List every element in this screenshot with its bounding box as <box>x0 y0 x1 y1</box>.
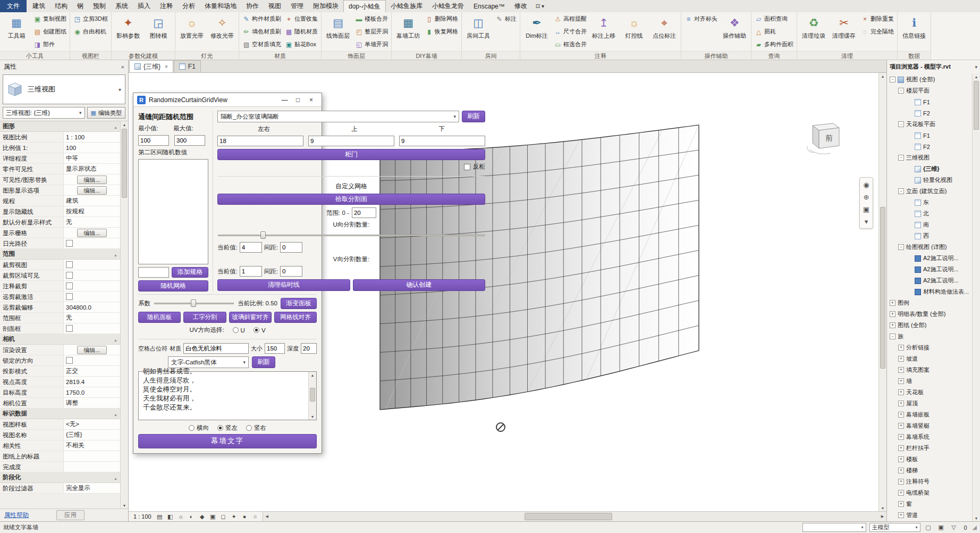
ribbon-button[interactable]: ▯ 删除网格 <box>424 13 460 25</box>
ribbon-button[interactable]: ▭ 框选合并 <box>552 38 588 51</box>
modify-options-icon[interactable]: ⊡ ▾ <box>532 0 548 12</box>
tree-expander[interactable]: + <box>898 423 904 429</box>
edit-type-button[interactable]: ▦ 编辑类型 <box>87 107 125 119</box>
property-row[interactable]: 日光路径 <box>0 238 120 249</box>
apply-button[interactable]: 应用 <box>56 510 85 520</box>
tree-item[interactable]: - 天花板平面 <box>887 119 972 130</box>
ribbon-button[interactable]: ◱ 单墙开洞 <box>353 38 390 51</box>
ribbon-panel-title[interactable]: 材质 <box>239 51 321 60</box>
ribbon-panel-title[interactable]: 小工具 <box>0 51 70 60</box>
navbar-expand-button[interactable]: ▾ <box>861 216 872 227</box>
refresh-button[interactable]: 刷新 <box>462 111 485 122</box>
tree-expander[interactable]: + <box>898 468 904 473</box>
tree-item[interactable]: 南 <box>887 219 972 230</box>
random-grid-button[interactable]: 随机网格 <box>138 280 208 292</box>
gradient-panel-button[interactable]: 渐变面板 <box>281 298 317 309</box>
scroll-down-icon[interactable] <box>121 502 128 509</box>
text-orientation-radio[interactable]: 竖左 <box>217 424 238 432</box>
ribbon-panel-title[interactable]: 灯光 <box>175 51 239 60</box>
property-value[interactable] <box>64 281 120 291</box>
property-value[interactable]: 1750.0 <box>64 387 120 397</box>
workset-select[interactable] <box>802 523 866 532</box>
viewcube[interactable]: 前 <box>802 112 851 161</box>
property-row[interactable]: 剖面框 <box>0 323 120 334</box>
tree-expander[interactable]: + <box>898 434 904 440</box>
down-input[interactable] <box>399 136 485 146</box>
properties-help-link[interactable]: 属性帮助 <box>4 511 29 519</box>
tree-item[interactable]: + 天花板 <box>887 387 972 398</box>
ribbon-button[interactable]: ▮ 恢复网格 <box>424 26 460 38</box>
depth-input[interactable] <box>301 343 317 354</box>
ribbon-button[interactable]: ◌ 完全隔绝 <box>859 26 895 38</box>
view-tab[interactable]: {三维} × <box>129 60 173 72</box>
shadows-icon[interactable]: ◐ <box>187 512 196 521</box>
ribbon-button[interactable]: ▣ 贴花Box <box>283 38 319 51</box>
scrollbar-thumb[interactable] <box>974 81 979 130</box>
ribbon-button[interactable]: ✒ Dim标注 <box>522 13 552 50</box>
property-value[interactable]: 调整 <box>64 398 120 408</box>
ribbon-tab[interactable]: 小鲶鱼族库 <box>386 0 427 12</box>
view-scale-button[interactable]: 1 : 100 <box>131 513 154 520</box>
property-row[interactable]: 远剪裁激活 <box>0 292 120 302</box>
ribbon-tab[interactable]: 建筑 <box>28 0 50 12</box>
slider-thumb[interactable] <box>260 231 266 239</box>
property-value[interactable]: 304800.0 <box>64 302 120 312</box>
up-input[interactable] <box>308 136 394 146</box>
tree-expander[interactable]: - <box>898 121 904 127</box>
close-view-icon[interactable]: × <box>165 64 168 70</box>
ribbon-button[interactable]: ✂ 清理缓存 <box>829 13 859 50</box>
scroll-down-icon[interactable] <box>973 515 980 521</box>
panel-action-button[interactable]: 网格线对齐 <box>274 312 317 323</box>
property-value[interactable] <box>64 355 120 365</box>
property-row[interactable]: 显示隐藏线 按规程 <box>0 206 120 217</box>
tree-item[interactable]: + 分析链接 <box>887 342 972 353</box>
ribbon-panel-title[interactable]: 参数化建模 <box>112 51 175 60</box>
lock-view-icon[interactable]: ✦ <box>230 512 239 521</box>
visual-style-icon[interactable]: ◧ <box>166 512 175 521</box>
tree-item[interactable]: {三维} <box>887 163 972 174</box>
u-division-slider[interactable] <box>217 231 485 239</box>
minimize-icon[interactable]: — <box>278 96 291 104</box>
tree-expander[interactable]: + <box>898 356 904 362</box>
tree-expander[interactable]: + <box>898 412 904 418</box>
property-value[interactable]: 编辑... <box>64 174 120 185</box>
property-value[interactable]: 100 <box>64 143 120 153</box>
v-current-input[interactable] <box>240 266 262 277</box>
ribbon-tab[interactable]: 体量和场地 <box>200 0 241 12</box>
max-value-input[interactable] <box>174 135 205 146</box>
ribbon-button[interactable]: ✏ 填色材质刷 <box>241 26 283 38</box>
ribbon-button[interactable]: ◳ 立剪3D框 <box>72 13 109 25</box>
ribbon-button[interactable]: △ 损耗 <box>753 26 795 38</box>
property-value[interactable]: <无> <box>64 419 120 429</box>
orbit-button[interactable]: ▣ <box>861 204 872 214</box>
slider-thumb[interactable] <box>191 299 196 307</box>
tree-expander[interactable]: + <box>898 367 904 373</box>
tree-expander[interactable]: + <box>898 456 904 462</box>
tree-item[interactable]: + 幕墙竖梃 <box>887 420 972 431</box>
ribbon-tab[interactable]: 结构 <box>50 0 72 12</box>
ribbon-button[interactable]: ↔ 尺寸合并 <box>552 26 588 38</box>
tree-expander[interactable]: + <box>898 490 904 496</box>
pick-split-face-button[interactable]: 拾取分割面 <box>217 194 485 205</box>
property-row[interactable]: 裁剪区域可见 <box>0 270 120 281</box>
tree-item[interactable]: + 楼梯 <box>887 465 972 476</box>
panel-action-button[interactable]: 随机面板 <box>138 312 181 323</box>
tree-expander[interactable]: + <box>898 378 904 384</box>
tree-item[interactable]: + 幕墙嵌板 <box>887 409 972 420</box>
property-row[interactable]: 目标高度 1750.0 <box>0 387 120 398</box>
uv-direction-radio[interactable]: V <box>254 327 266 334</box>
ribbon-button[interactable]: ⚠ 高程提醒 <box>552 13 588 25</box>
ribbon-panel-title[interactable]: 数据 <box>898 51 931 60</box>
tree-expander[interactable]: + <box>890 322 895 328</box>
ribbon-button[interactable]: ▤ 线饰面层 <box>323 13 353 50</box>
property-value[interactable]: 正交 <box>64 366 120 376</box>
tree-item[interactable]: A2施工说明... <box>887 253 972 264</box>
ribbon-button[interactable]: ▨ 空材质填充 <box>241 38 283 51</box>
property-row[interactable]: 视点高度 2819.4 <box>0 377 120 387</box>
tree-expander[interactable]: - <box>898 244 904 250</box>
render-dialog-icon[interactable]: ◆ <box>198 512 207 521</box>
ribbon-button[interactable]: ◫ 房间工具 <box>463 13 493 50</box>
ribbon-button[interactable]: × 删除重复 <box>859 13 895 25</box>
ribbon-panel-title[interactable]: DIY幕墙 <box>392 51 461 60</box>
property-value[interactable]: 编辑... <box>64 228 120 238</box>
